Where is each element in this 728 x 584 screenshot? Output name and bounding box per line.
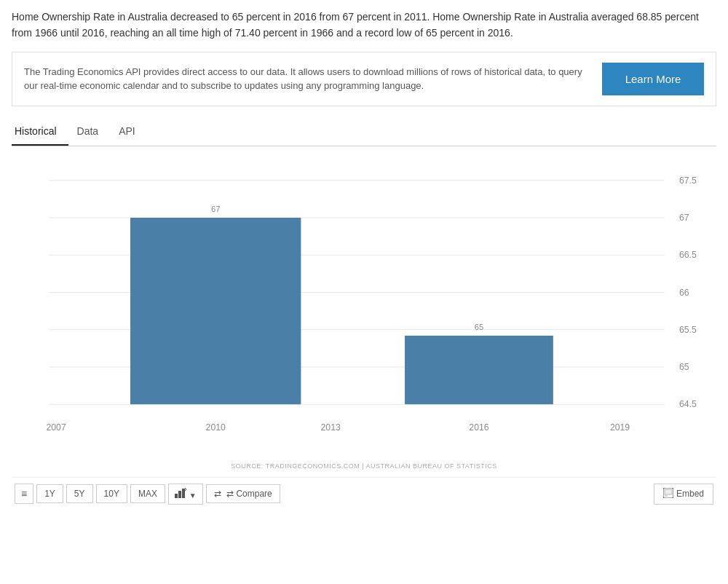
svg-text:67.5: 67.5 [679, 175, 697, 186]
compare-label: ⇄ Compare [226, 489, 272, 499]
bar-2016 [405, 336, 553, 404]
compare-button[interactable]: ⇄ ⇄ Compare [206, 484, 280, 503]
svg-text:67: 67 [211, 205, 220, 213]
list-icon-button[interactable]: ≡ [15, 484, 33, 504]
svg-rect-23 [182, 489, 185, 498]
max-button[interactable]: MAX [130, 484, 165, 503]
api-banner: The Trading Economics API provides direc… [12, 52, 716, 106]
svg-text:2007: 2007 [47, 422, 66, 433]
svg-rect-22 [178, 491, 181, 498]
svg-rect-25 [665, 489, 672, 494]
svg-text:65: 65 [679, 362, 689, 372]
svg-text:2016: 2016 [469, 422, 488, 433]
chart-type-icon [175, 488, 186, 498]
compare-icon: ⇄ [214, 489, 221, 499]
svg-text:66: 66 [679, 287, 689, 297]
tab-historical[interactable]: Historical [12, 119, 68, 146]
10y-button[interactable]: 10Y [96, 484, 127, 503]
svg-rect-21 [175, 494, 178, 498]
tab-data[interactable]: Data [74, 119, 111, 146]
embed-button[interactable]: Embed [654, 484, 713, 505]
tab-api[interactable]: API [116, 119, 147, 146]
bar-2011 [130, 218, 301, 404]
svg-text:2010: 2010 [206, 422, 226, 433]
5y-button[interactable]: 5Y [66, 484, 93, 503]
svg-text:65.5: 65.5 [679, 325, 697, 335]
svg-text:64.5: 64.5 [679, 399, 697, 409]
description-text: Home Ownership Rate in Australia decreas… [12, 9, 716, 42]
tabs-nav: Historical Data API [12, 119, 716, 146]
chart-controls: ≡ 1Y 5Y 10Y MAX ▼ ⇄ ⇄ Compare Embed [12, 477, 716, 510]
svg-text:2019: 2019 [610, 422, 630, 433]
chart-source: SOURCE: TRADINGECONOMICS.COM | AUSTRALIA… [12, 462, 716, 470]
svg-text:66.5: 66.5 [679, 250, 697, 260]
chart-controls-left: ≡ 1Y 5Y 10Y MAX ▼ ⇄ ⇄ Compare [15, 484, 280, 505]
chart-area: 67.5 67 66.5 66 65.5 65 64.5 67 65 2007 … [12, 158, 716, 457]
bar-chart: 67.5 67 66.5 66 65.5 65 64.5 67 65 2007 … [12, 158, 716, 457]
svg-text:2013: 2013 [321, 422, 341, 433]
embed-label: Embed [676, 489, 704, 499]
svg-text:65: 65 [475, 323, 483, 331]
svg-text:67: 67 [679, 213, 689, 223]
api-banner-text: The Trading Economics API provides direc… [24, 65, 587, 93]
1y-button[interactable]: 1Y [36, 484, 63, 503]
embed-icon [663, 488, 673, 500]
chart-type-button[interactable]: ▼ [168, 484, 203, 505]
chart-type-dropdown-icon: ▼ [189, 492, 197, 500]
learn-more-button[interactable]: Learn More [602, 63, 704, 95]
